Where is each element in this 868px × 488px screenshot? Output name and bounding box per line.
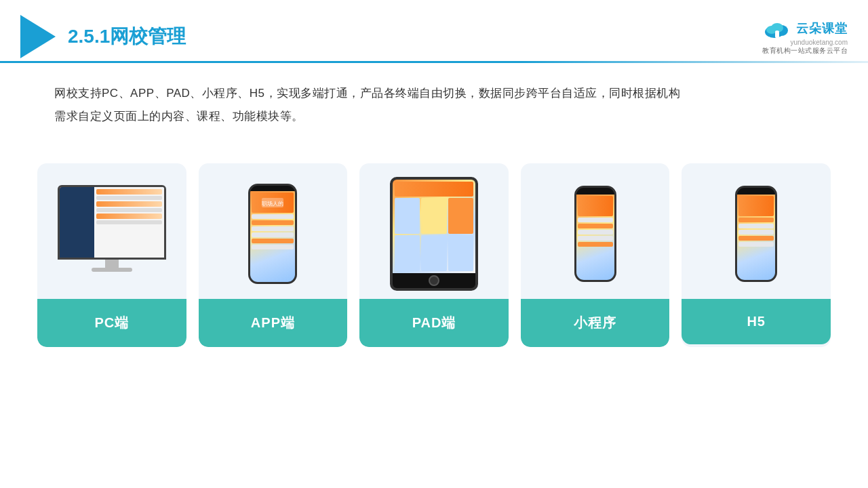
tablet-banner <box>395 182 473 197</box>
app-row-6 <box>252 245 294 249</box>
pc-row-4 <box>96 208 162 212</box>
header-left: 2.5.1网校管理 <box>20 15 186 58</box>
cards-section: PC端 职场人的 <box>0 142 868 347</box>
pc-row-6 <box>96 220 162 224</box>
brand-name: 云朵课堂 <box>796 20 848 37</box>
h5-phone-screen <box>737 195 775 280</box>
mini-row-5 <box>578 242 613 247</box>
pc-sidebar <box>60 187 94 258</box>
description-paragraph-2: 需求自定义页面上的内容、课程、功能模块等。 <box>54 105 814 128</box>
card-pad-label: PAD端 <box>359 299 509 347</box>
mini-banner <box>578 196 613 216</box>
card-pc-label: PC端 <box>37 299 186 347</box>
card-app-image: 职场人的 <box>199 163 348 299</box>
card-app: 职场人的 APP端 <box>199 163 348 347</box>
pc-base <box>92 268 132 272</box>
card-pc: PC端 <box>37 163 186 347</box>
tablet-cell-4 <box>395 235 420 271</box>
tablet-cell-5 <box>421 235 446 271</box>
brand-domain: yunduoketang.com <box>790 39 848 46</box>
title-main: 网校管理 <box>110 26 186 47</box>
tablet-mockup <box>390 177 478 291</box>
tablet-cell-6 <box>448 235 473 271</box>
app-phone-mockup: 职场人的 <box>248 184 297 284</box>
description-paragraph: 网校支持PC、APP、PAD、小程序、H5，实现多端打通，产品各终端自由切换，数… <box>54 82 814 105</box>
description-text: 网校支持PC、APP、PAD、小程序、H5，实现多端打通，产品各终端自由切换，数… <box>0 63 868 135</box>
card-pad-image <box>359 163 509 299</box>
brand-tagline: 教育机构一站式服务云平台 <box>762 46 848 56</box>
tablet-cell-3 <box>448 198 473 234</box>
card-miniprogram-label: 小程序 <box>521 299 670 347</box>
h5-banner <box>738 196 774 216</box>
pc-row-5 <box>96 214 162 219</box>
card-app-label: APP端 <box>199 299 348 347</box>
h5-row-1 <box>738 218 774 222</box>
app-phone-screen: 职场人的 <box>250 191 295 282</box>
h5-row-4 <box>738 236 774 241</box>
tablet-screen <box>393 180 475 273</box>
pc-row-3 <box>96 201 162 207</box>
card-h5: H5 <box>682 163 831 347</box>
mini-phone-mockup <box>574 186 616 282</box>
mini-row-3 <box>578 230 613 235</box>
pc-row-2 <box>96 196 162 200</box>
cloud-icon <box>762 18 792 39</box>
pc-stand <box>105 260 119 268</box>
app-row-4 <box>252 232 294 237</box>
brand-cloud: 云朵课堂 <box>762 18 848 39</box>
mini-row-4 <box>578 236 613 241</box>
card-pc-image <box>37 163 186 299</box>
card-miniprogram-image <box>521 163 670 299</box>
phone-notch <box>263 186 282 191</box>
title-prefix: 2.5.1 <box>68 26 110 47</box>
mini-phone-screen <box>576 195 614 280</box>
logo-triangle-icon <box>20 15 56 58</box>
svg-point-5 <box>775 30 779 33</box>
mini-phone-notch <box>586 188 605 193</box>
pc-row-1 <box>96 189 162 195</box>
h5-phone-notch <box>747 188 766 193</box>
app-row-3 <box>252 226 294 231</box>
h5-phone-mockup <box>735 186 777 282</box>
svg-text:职场人的: 职场人的 <box>262 201 283 207</box>
tablet-grid <box>395 198 473 271</box>
app-row-5 <box>252 239 294 243</box>
card-miniprogram: 小程序 <box>521 163 670 347</box>
header: 2.5.1网校管理 云朵课堂 yunduoketang.com 教育机构一站式服… <box>0 0 868 61</box>
card-h5-label: H5 <box>682 299 831 344</box>
mini-row-1 <box>578 218 613 222</box>
h5-row-5 <box>738 242 774 247</box>
page-title: 2.5.1网校管理 <box>68 24 186 49</box>
brand-logo: 云朵课堂 yunduoketang.com 教育机构一站式服务云平台 <box>762 18 848 56</box>
app-banner: 职场人的 <box>252 192 294 213</box>
card-pad: PAD端 <box>359 163 509 347</box>
pc-screen-inner <box>60 187 164 258</box>
pc-mockup <box>54 185 170 283</box>
mini-row-2 <box>578 224 613 228</box>
h5-row-2 <box>738 224 774 228</box>
h5-row-3 <box>738 230 774 235</box>
tablet-cell-2 <box>421 198 446 234</box>
pc-content <box>94 187 164 258</box>
pc-screen <box>58 185 166 260</box>
app-row-2 <box>252 220 294 225</box>
tablet-home-btn <box>429 275 439 286</box>
app-row-1 <box>252 214 294 219</box>
tablet-cell-1 <box>395 198 420 234</box>
brand-area: 云朵课堂 yunduoketang.com 教育机构一站式服务云平台 <box>762 18 848 56</box>
app-banner-icon: 职场人的 <box>260 196 285 209</box>
card-h5-image <box>682 163 831 299</box>
